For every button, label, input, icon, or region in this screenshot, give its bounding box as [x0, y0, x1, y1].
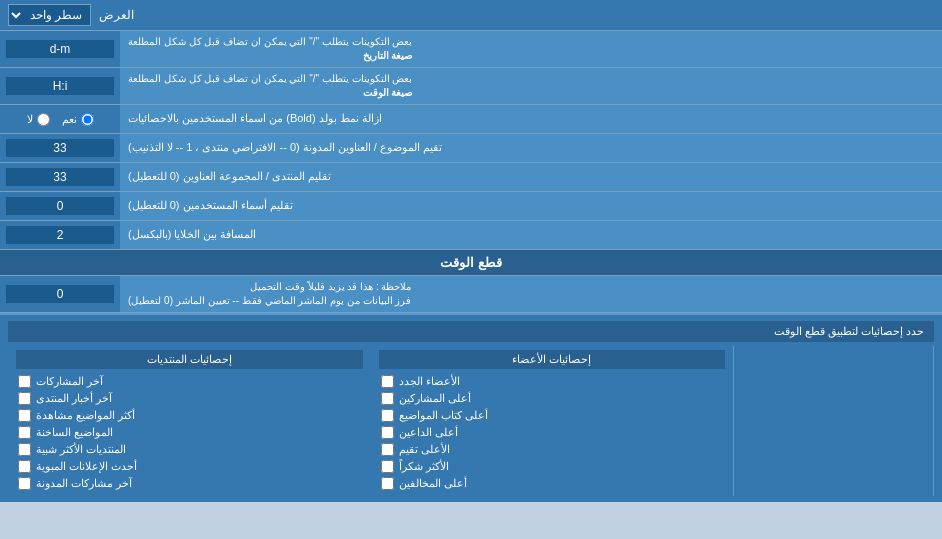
bold-remove-radio-cell: نعم لا — [0, 105, 120, 133]
top-lurkers-checkbox[interactable] — [381, 477, 394, 490]
member-stats-title: إحصائيات الأعضاء — [379, 350, 726, 369]
top-posters-item: أعلى المشاركين — [379, 390, 726, 407]
cell-spacing-input-cell — [0, 221, 120, 249]
realtime-section-header: قطع الوقت — [0, 250, 942, 276]
forum-order-input[interactable] — [6, 168, 114, 186]
top-raters-checkbox[interactable] — [381, 443, 394, 456]
latest-bookmarks-item: آخر مشاركات المدونة — [16, 475, 363, 492]
top-topic-writers-item: أعلى كتاب المواضيع — [379, 407, 726, 424]
realtime-filter-input[interactable] — [6, 285, 114, 303]
most-thanks-checkbox[interactable] — [381, 460, 394, 473]
most-similar-forums-checkbox[interactable] — [18, 443, 31, 456]
display-row: العرض سطر واحدسطرينثلاثة أسطر — [0, 0, 942, 31]
bold-remove-row: ازالة نمط بولد (Bold) من اسماء المستخدمي… — [0, 105, 942, 134]
subject-order-row: تقيم الموضوع / العناوين المدونة (0 -- ال… — [0, 134, 942, 163]
latest-topics-checkbox[interactable] — [18, 426, 31, 439]
forum-order-input-cell — [0, 163, 120, 191]
last-posts-checkbox[interactable] — [18, 375, 31, 388]
time-format-row: بعض التكوينات يتطلب "/" التي يمكن ان تضا… — [0, 68, 942, 105]
realtime-filter-label: ملاحظة : هذا قد يزيد قليلاً وقت التحميل … — [120, 276, 942, 312]
display-label: العرض — [99, 8, 134, 22]
forum-order-row: تقليم المنتدى / المجموعة العناوين (0 للت… — [0, 163, 942, 192]
username-order-label: تقليم أسماء المستخدمين (0 للتعطيل) — [120, 192, 942, 220]
realtime-filter-row: ملاحظة : هذا قد يزيد قليلاً وقت التحميل … — [0, 276, 942, 313]
date-format-label: بعض التكوينات يتطلب "/" التي يمكن ان تضا… — [120, 31, 942, 67]
realtime-filter-input-cell — [0, 276, 120, 312]
content-stats-col: إحصائيات المنتديات آخر المشاركات آخر أخب… — [8, 346, 371, 496]
cell-spacing-row: المسافة بين الخلايا (بالبكسل) — [0, 221, 942, 250]
top-raters-item: الأعلى تقيم — [379, 441, 726, 458]
top-posters-checkbox[interactable] — [381, 392, 394, 405]
time-format-input-cell — [0, 68, 120, 104]
top-lurkers-item: أعلى المخالفين — [379, 475, 726, 492]
most-thanks-item: الأكثر شكراً — [379, 458, 726, 475]
cell-spacing-label: المسافة بين الخلايا (بالبكسل) — [120, 221, 942, 249]
bold-yes-label[interactable]: نعم — [62, 113, 94, 126]
subject-order-input[interactable] — [6, 139, 114, 157]
bold-no-radio[interactable] — [37, 113, 50, 126]
bold-no-label[interactable]: لا — [27, 113, 50, 126]
latest-ads-item: أحدث الإعلانات المبوية — [16, 458, 363, 475]
most-viewed-item: أكثر المواضيع مشاهدة — [16, 407, 363, 424]
latest-forum-news-item: آخر أخبار المنتدى — [16, 390, 363, 407]
time-format-input[interactable] — [6, 77, 114, 95]
bottom-section: حدد إحصائيات لتطبيق قطع الوقت إحصائيات ا… — [0, 313, 942, 502]
latest-forum-news-checkbox[interactable] — [18, 392, 31, 405]
most-viewed-checkbox[interactable] — [18, 409, 31, 422]
apply-side — [734, 346, 934, 496]
cell-spacing-input[interactable] — [6, 226, 114, 244]
new-members-checkbox[interactable] — [381, 375, 394, 388]
apply-label: حدد إحصائيات لتطبيق قطع الوقت — [8, 321, 934, 342]
bold-yes-radio[interactable] — [81, 113, 94, 126]
date-format-input-cell — [0, 31, 120, 67]
latest-ads-checkbox[interactable] — [18, 460, 31, 473]
date-format-input[interactable] — [6, 40, 114, 58]
member-stats-col: إحصائيات الأعضاء الأعضاء الجدد أعلى المش… — [371, 346, 735, 496]
new-members-item: الأعضاء الجدد — [379, 373, 726, 390]
most-similar-forums-item: المنتديات الأكثر شبية — [16, 441, 363, 458]
content-stats-title: إحصائيات المنتديات — [16, 350, 363, 369]
username-order-input[interactable] — [6, 197, 114, 215]
forum-order-label: تقليم المنتدى / المجموعة العناوين (0 للت… — [120, 163, 942, 191]
display-dropdown[interactable]: سطر واحدسطرينثلاثة أسطر — [8, 4, 91, 26]
checkbox-columns: إحصائيات الأعضاء الأعضاء الجدد أعلى المش… — [8, 346, 934, 496]
time-format-label: بعض التكوينات يتطلب "/" التي يمكن ان تضا… — [120, 68, 942, 104]
bold-radio-group: نعم لا — [27, 113, 94, 126]
top-referrers-item: أعلى الداعين — [379, 424, 726, 441]
last-posts-item: آخر المشاركات — [16, 373, 363, 390]
subject-order-input-cell — [0, 134, 120, 162]
username-order-row: تقليم أسماء المستخدمين (0 للتعطيل) — [0, 192, 942, 221]
latest-bookmarks-checkbox[interactable] — [18, 477, 31, 490]
username-order-input-cell — [0, 192, 120, 220]
top-topic-writers-checkbox[interactable] — [381, 409, 394, 422]
latest-topics-item: المواضيع الساخنة — [16, 424, 363, 441]
subject-order-label: تقيم الموضوع / العناوين المدونة (0 -- ال… — [120, 134, 942, 162]
top-referrers-checkbox[interactable] — [381, 426, 394, 439]
bold-remove-label: ازالة نمط بولد (Bold) من اسماء المستخدمي… — [120, 105, 942, 133]
date-format-row: بعض التكوينات يتطلب "/" التي يمكن ان تضا… — [0, 31, 942, 68]
